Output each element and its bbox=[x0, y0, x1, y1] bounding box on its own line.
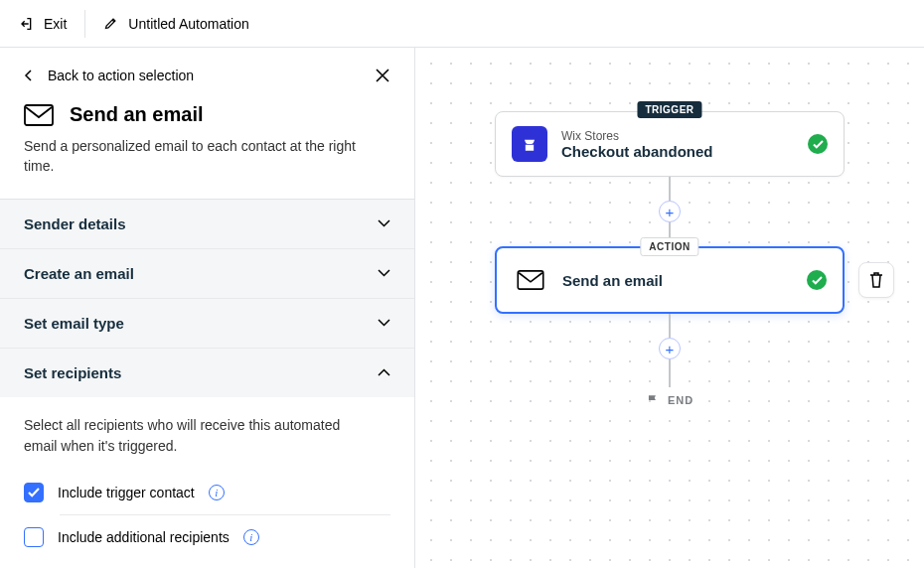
envelope-icon bbox=[24, 104, 54, 126]
close-icon bbox=[375, 68, 390, 83]
close-button[interactable] bbox=[375, 68, 390, 83]
trigger-label: Checkout abandoned bbox=[561, 143, 794, 160]
connector bbox=[669, 314, 671, 338]
end-marker: END bbox=[646, 393, 693, 407]
accordion-label: Create an email bbox=[24, 265, 134, 282]
exit-button[interactable]: Exit bbox=[18, 16, 67, 32]
delete-button[interactable] bbox=[858, 262, 894, 298]
recipients-desc: Select all recipients who will receive t… bbox=[24, 415, 372, 457]
sidebar: Back to action selection Send an email S… bbox=[0, 48, 415, 568]
exit-label: Exit bbox=[44, 16, 67, 32]
include-trigger-label: Include trigger contact bbox=[58, 485, 195, 500]
store-icon bbox=[512, 126, 547, 162]
include-additional-label: Include additional recipients bbox=[58, 529, 230, 545]
status-badge bbox=[808, 134, 828, 154]
info-icon[interactable]: i bbox=[209, 485, 225, 500]
automation-title: Untitled Automation bbox=[128, 16, 248, 32]
end-label: END bbox=[668, 394, 693, 406]
panel-desc: Send a personalized email to each contac… bbox=[24, 136, 372, 177]
svg-rect-1 bbox=[518, 271, 542, 289]
accordion-label: Set recipients bbox=[24, 364, 121, 381]
accordion-create[interactable]: Create an email bbox=[0, 249, 414, 298]
chevron-down-icon bbox=[378, 319, 390, 327]
include-additional-checkbox[interactable] bbox=[24, 527, 44, 547]
chevron-down-icon bbox=[378, 219, 390, 227]
status-badge bbox=[807, 270, 827, 290]
panel-title: Send an email bbox=[70, 103, 204, 126]
connector bbox=[669, 177, 671, 201]
action-tag: ACTION bbox=[640, 237, 698, 256]
chevron-down-icon bbox=[378, 269, 390, 277]
accordion-label: Sender details bbox=[24, 215, 126, 232]
include-trigger-checkbox[interactable] bbox=[24, 483, 44, 502]
info-icon[interactable]: i bbox=[243, 529, 259, 545]
exit-icon bbox=[18, 16, 34, 32]
back-label: Back to action selection bbox=[48, 68, 194, 83]
topbar-divider bbox=[84, 10, 85, 38]
canvas[interactable]: TRIGGER Wix Stores Checkout abandoned + … bbox=[415, 48, 924, 568]
envelope-icon bbox=[513, 262, 548, 298]
connector bbox=[669, 359, 671, 387]
svg-rect-0 bbox=[25, 105, 53, 125]
chevron-left-icon bbox=[24, 70, 34, 81]
trash-icon bbox=[868, 271, 884, 289]
action-label: Send an email bbox=[562, 272, 793, 289]
trigger-node[interactable]: TRIGGER Wix Stores Checkout abandoned bbox=[495, 111, 845, 177]
back-link[interactable]: Back to action selection bbox=[24, 68, 194, 83]
pencil-icon bbox=[103, 16, 118, 31]
accordion-label: Set email type bbox=[24, 315, 124, 332]
title-edit[interactable]: Untitled Automation bbox=[103, 16, 248, 32]
add-step-button[interactable]: + bbox=[659, 338, 681, 359]
check-icon bbox=[28, 488, 40, 497]
action-node[interactable]: ACTION Send an email bbox=[495, 246, 845, 314]
add-step-button[interactable]: + bbox=[659, 201, 681, 222]
accordion-recipients[interactable]: Set recipients bbox=[0, 349, 414, 397]
chevron-up-icon bbox=[378, 368, 390, 376]
accordion-type[interactable]: Set email type bbox=[0, 299, 414, 348]
trigger-source: Wix Stores bbox=[561, 129, 794, 143]
trigger-tag: TRIGGER bbox=[637, 101, 701, 118]
accordion-sender[interactable]: Sender details bbox=[0, 200, 414, 248]
flag-icon bbox=[646, 393, 660, 407]
